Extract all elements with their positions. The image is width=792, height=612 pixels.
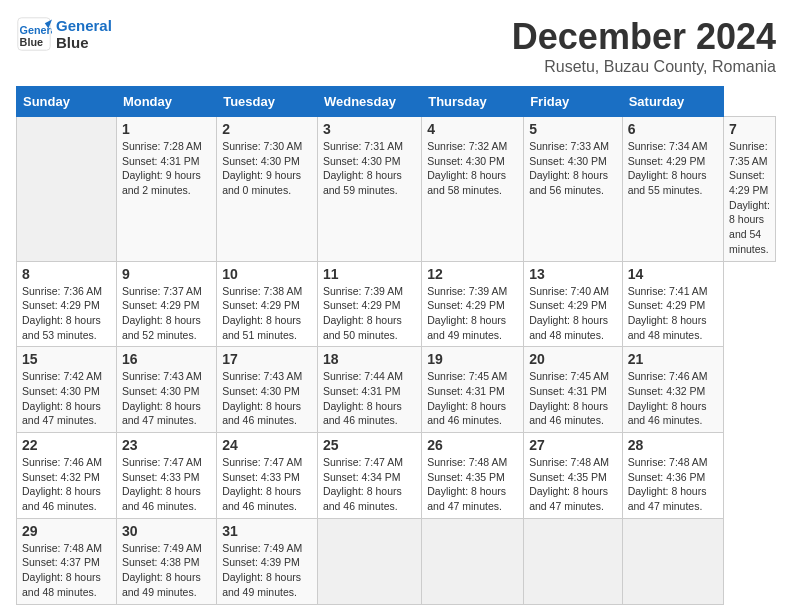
calendar-week-4: 22Sunrise: 7:46 AMSunset: 4:32 PMDayligh… xyxy=(17,433,776,519)
calendar-cell xyxy=(17,117,117,262)
calendar-cell: 11Sunrise: 7:39 AMSunset: 4:29 PMDayligh… xyxy=(317,261,421,347)
calendar-cell: 13Sunrise: 7:40 AMSunset: 4:29 PMDayligh… xyxy=(524,261,623,347)
day-number: 24 xyxy=(222,437,312,453)
day-number: 17 xyxy=(222,351,312,367)
day-number: 30 xyxy=(122,523,211,539)
calendar-cell: 31Sunrise: 7:49 AMSunset: 4:39 PMDayligh… xyxy=(217,518,318,604)
calendar-cell: 6Sunrise: 7:34 AMSunset: 4:29 PMDaylight… xyxy=(622,117,723,262)
day-number: 18 xyxy=(323,351,416,367)
calendar-cell: 3Sunrise: 7:31 AMSunset: 4:30 PMDaylight… xyxy=(317,117,421,262)
day-number: 11 xyxy=(323,266,416,282)
day-info: Sunrise: 7:37 AMSunset: 4:29 PMDaylight:… xyxy=(122,284,211,343)
calendar-cell: 21Sunrise: 7:46 AMSunset: 4:32 PMDayligh… xyxy=(622,347,723,433)
calendar-cell: 7Sunrise: 7:35 AMSunset: 4:29 PMDaylight… xyxy=(724,117,776,262)
calendar-week-5: 29Sunrise: 7:48 AMSunset: 4:37 PMDayligh… xyxy=(17,518,776,604)
day-info: Sunrise: 7:42 AMSunset: 4:30 PMDaylight:… xyxy=(22,369,111,428)
calendar-cell: 19Sunrise: 7:45 AMSunset: 4:31 PMDayligh… xyxy=(422,347,524,433)
day-info: Sunrise: 7:36 AMSunset: 4:29 PMDaylight:… xyxy=(22,284,111,343)
calendar-table: SundayMondayTuesdayWednesdayThursdayFrid… xyxy=(16,86,776,605)
calendar-cell: 22Sunrise: 7:46 AMSunset: 4:32 PMDayligh… xyxy=(17,433,117,519)
day-number: 2 xyxy=(222,121,312,137)
calendar-cell: 15Sunrise: 7:42 AMSunset: 4:30 PMDayligh… xyxy=(17,347,117,433)
calendar-cell: 25Sunrise: 7:47 AMSunset: 4:34 PMDayligh… xyxy=(317,433,421,519)
calendar-week-3: 15Sunrise: 7:42 AMSunset: 4:30 PMDayligh… xyxy=(17,347,776,433)
calendar-cell: 1Sunrise: 7:28 AMSunset: 4:31 PMDaylight… xyxy=(116,117,216,262)
day-number: 1 xyxy=(122,121,211,137)
header-tuesday: Tuesday xyxy=(217,87,318,117)
day-info: Sunrise: 7:48 AMSunset: 4:37 PMDaylight:… xyxy=(22,541,111,600)
logo-general: General xyxy=(56,17,112,34)
logo-blue: Blue xyxy=(56,34,112,51)
day-info: Sunrise: 7:41 AMSunset: 4:29 PMDaylight:… xyxy=(628,284,718,343)
calendar-cell: 29Sunrise: 7:48 AMSunset: 4:37 PMDayligh… xyxy=(17,518,117,604)
day-number: 25 xyxy=(323,437,416,453)
day-number: 5 xyxy=(529,121,617,137)
calendar-cell xyxy=(524,518,623,604)
day-info: Sunrise: 7:43 AMSunset: 4:30 PMDaylight:… xyxy=(122,369,211,428)
calendar-cell: 14Sunrise: 7:41 AMSunset: 4:29 PMDayligh… xyxy=(622,261,723,347)
day-info: Sunrise: 7:46 AMSunset: 4:32 PMDaylight:… xyxy=(22,455,111,514)
calendar-cell: 4Sunrise: 7:32 AMSunset: 4:30 PMDaylight… xyxy=(422,117,524,262)
calendar-cell: 23Sunrise: 7:47 AMSunset: 4:33 PMDayligh… xyxy=(116,433,216,519)
day-info: Sunrise: 7:49 AMSunset: 4:39 PMDaylight:… xyxy=(222,541,312,600)
header: General Blue General Blue December 2024 … xyxy=(16,16,776,76)
day-number: 14 xyxy=(628,266,718,282)
header-friday: Friday xyxy=(524,87,623,117)
day-number: 9 xyxy=(122,266,211,282)
calendar-cell: 2Sunrise: 7:30 AMSunset: 4:30 PMDaylight… xyxy=(217,117,318,262)
day-info: Sunrise: 7:48 AMSunset: 4:35 PMDaylight:… xyxy=(427,455,518,514)
day-number: 19 xyxy=(427,351,518,367)
header-wednesday: Wednesday xyxy=(317,87,421,117)
calendar-cell: 10Sunrise: 7:38 AMSunset: 4:29 PMDayligh… xyxy=(217,261,318,347)
calendar-cell: 27Sunrise: 7:48 AMSunset: 4:35 PMDayligh… xyxy=(524,433,623,519)
calendar-header-row: SundayMondayTuesdayWednesdayThursdayFrid… xyxy=(17,87,776,117)
calendar-cell: 5Sunrise: 7:33 AMSunset: 4:30 PMDaylight… xyxy=(524,117,623,262)
day-info: Sunrise: 7:31 AMSunset: 4:30 PMDaylight:… xyxy=(323,139,416,198)
day-number: 15 xyxy=(22,351,111,367)
header-thursday: Thursday xyxy=(422,87,524,117)
month-title: December 2024 xyxy=(512,16,776,58)
day-number: 21 xyxy=(628,351,718,367)
calendar-cell: 8Sunrise: 7:36 AMSunset: 4:29 PMDaylight… xyxy=(17,261,117,347)
day-info: Sunrise: 7:48 AMSunset: 4:35 PMDaylight:… xyxy=(529,455,617,514)
day-info: Sunrise: 7:32 AMSunset: 4:30 PMDaylight:… xyxy=(427,139,518,198)
calendar-cell: 12Sunrise: 7:39 AMSunset: 4:29 PMDayligh… xyxy=(422,261,524,347)
day-info: Sunrise: 7:33 AMSunset: 4:30 PMDaylight:… xyxy=(529,139,617,198)
day-info: Sunrise: 7:39 AMSunset: 4:29 PMDaylight:… xyxy=(323,284,416,343)
title-section: December 2024 Rusetu, Buzau County, Roma… xyxy=(512,16,776,76)
header-sunday: Sunday xyxy=(17,87,117,117)
location-subtitle: Rusetu, Buzau County, Romania xyxy=(512,58,776,76)
day-info: Sunrise: 7:38 AMSunset: 4:29 PMDaylight:… xyxy=(222,284,312,343)
day-info: Sunrise: 7:30 AMSunset: 4:30 PMDaylight:… xyxy=(222,139,312,198)
day-number: 28 xyxy=(628,437,718,453)
day-number: 27 xyxy=(529,437,617,453)
day-number: 10 xyxy=(222,266,312,282)
calendar-cell: 18Sunrise: 7:44 AMSunset: 4:31 PMDayligh… xyxy=(317,347,421,433)
day-number: 29 xyxy=(22,523,111,539)
day-info: Sunrise: 7:44 AMSunset: 4:31 PMDaylight:… xyxy=(323,369,416,428)
day-number: 26 xyxy=(427,437,518,453)
header-monday: Monday xyxy=(116,87,216,117)
calendar-week-1: 1Sunrise: 7:28 AMSunset: 4:31 PMDaylight… xyxy=(17,117,776,262)
calendar-cell xyxy=(422,518,524,604)
day-info: Sunrise: 7:45 AMSunset: 4:31 PMDaylight:… xyxy=(529,369,617,428)
day-info: Sunrise: 7:49 AMSunset: 4:38 PMDaylight:… xyxy=(122,541,211,600)
day-info: Sunrise: 7:40 AMSunset: 4:29 PMDaylight:… xyxy=(529,284,617,343)
day-info: Sunrise: 7:39 AMSunset: 4:29 PMDaylight:… xyxy=(427,284,518,343)
day-number: 16 xyxy=(122,351,211,367)
day-info: Sunrise: 7:35 AMSunset: 4:29 PMDaylight:… xyxy=(729,139,770,257)
calendar-cell: 24Sunrise: 7:47 AMSunset: 4:33 PMDayligh… xyxy=(217,433,318,519)
day-info: Sunrise: 7:46 AMSunset: 4:32 PMDaylight:… xyxy=(628,369,718,428)
calendar-cell: 26Sunrise: 7:48 AMSunset: 4:35 PMDayligh… xyxy=(422,433,524,519)
calendar-cell: 28Sunrise: 7:48 AMSunset: 4:36 PMDayligh… xyxy=(622,433,723,519)
calendar-cell: 20Sunrise: 7:45 AMSunset: 4:31 PMDayligh… xyxy=(524,347,623,433)
day-info: Sunrise: 7:43 AMSunset: 4:30 PMDaylight:… xyxy=(222,369,312,428)
day-info: Sunrise: 7:47 AMSunset: 4:34 PMDaylight:… xyxy=(323,455,416,514)
day-number: 20 xyxy=(529,351,617,367)
day-info: Sunrise: 7:45 AMSunset: 4:31 PMDaylight:… xyxy=(427,369,518,428)
logo-icon: General Blue xyxy=(16,16,52,52)
calendar-cell xyxy=(317,518,421,604)
calendar-cell: 30Sunrise: 7:49 AMSunset: 4:38 PMDayligh… xyxy=(116,518,216,604)
svg-text:Blue: Blue xyxy=(20,36,43,48)
calendar-cell xyxy=(622,518,723,604)
